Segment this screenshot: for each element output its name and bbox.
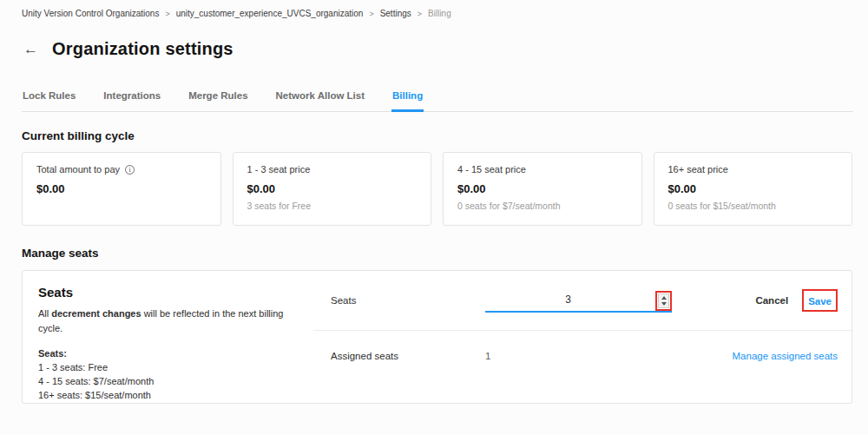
pricing-line: 1 - 3 seats: Free	[38, 361, 298, 375]
breadcrumb-item-organizations[interactable]: Unity Version Control Organizations	[22, 9, 159, 18]
card-subtext: 0 seats for $15/seat/month	[668, 201, 838, 211]
seats-info-title: Seats	[38, 285, 298, 300]
seats-input[interactable]: 3	[485, 288, 672, 313]
billing-cards: Total amount to pay i $0.00 1 - 3 seat p…	[22, 152, 852, 226]
page-title: Organization settings	[52, 39, 233, 59]
assigned-seats-value: 1	[485, 351, 490, 361]
card-amount: $0.00	[36, 182, 207, 195]
tab-billing[interactable]: Billing	[391, 90, 424, 112]
page-header: ← Organization settings	[23, 39, 233, 59]
breadcrumb-item-billing: Billing	[428, 9, 451, 18]
assigned-seats-label: Assigned seats	[331, 351, 485, 361]
manage-seats-panel: Seats All decrement changes will be refl…	[22, 270, 852, 404]
annotation-box-spinner	[655, 291, 672, 311]
seats-info-column: Seats All decrement changes will be refl…	[23, 271, 313, 403]
desc-prefix: All	[38, 308, 51, 319]
breadcrumb: Unity Version Control Organizations > un…	[22, 9, 451, 18]
seats-info-description: All decrement changes will be reflected …	[38, 306, 298, 335]
pricing-title: Seats:	[38, 347, 298, 361]
card-4-15-seat-price: 4 - 15 seat price $0.00 0 seats for $7/s…	[443, 152, 642, 226]
card-title: Total amount to pay	[36, 164, 120, 175]
card-title: 1 - 3 seat price	[247, 164, 311, 175]
breadcrumb-item-organization[interactable]: unity_customer_experience_UVCS_organizat…	[176, 9, 364, 18]
assigned-seats-row: Assigned seats 1 Manage assigned seats	[313, 331, 852, 403]
card-amount: $0.00	[247, 182, 418, 195]
number-spinner[interactable]	[658, 293, 669, 308]
card-amount: $0.00	[457, 182, 628, 195]
breadcrumb-separator-icon: >	[165, 10, 169, 18]
manage-assigned-seats-link[interactable]: Manage assigned seats	[733, 351, 838, 361]
card-16plus-seat-price: 16+ seat price $0.00 0 seats for $15/sea…	[654, 152, 853, 226]
back-arrow-icon[interactable]: ←	[23, 42, 38, 56]
annotation-box-save: Save	[802, 289, 838, 312]
card-1-3-seat-price: 1 - 3 seat price $0.00 3 seats for Free	[233, 152, 432, 226]
spinner-up-icon[interactable]	[661, 296, 667, 300]
desc-bold: decrement changes	[51, 308, 141, 319]
tab-lock-rules[interactable]: Lock Rules	[22, 90, 76, 112]
tab-bar: Lock Rules Integrations Merge Rules Netw…	[22, 90, 853, 112]
seats-row-actions: Cancel Save	[755, 289, 838, 312]
save-button[interactable]: Save	[808, 296, 832, 306]
card-title: 4 - 15 seat price	[457, 164, 526, 175]
breadcrumb-separator-icon: >	[418, 10, 422, 18]
info-icon[interactable]: i	[125, 165, 135, 175]
seats-field-label: Seats	[331, 295, 485, 306]
card-subtext: 3 seats for Free	[247, 201, 418, 211]
pricing-line: 16+ seats: $15/seat/month	[38, 389, 298, 403]
breadcrumb-separator-icon: >	[369, 10, 373, 18]
tab-network-allow-list[interactable]: Network Allow List	[275, 90, 365, 112]
card-amount: $0.00	[668, 182, 838, 195]
breadcrumb-item-settings[interactable]: Settings	[380, 9, 411, 18]
seats-pricing-list: Seats: 1 - 3 seats: Free 4 - 15 seats: $…	[38, 347, 298, 403]
card-total-amount: Total amount to pay i $0.00	[22, 152, 221, 226]
spinner-down-icon[interactable]	[661, 302, 667, 306]
section-title-billing-cycle: Current billing cycle	[22, 129, 135, 142]
organization-settings-page: Unity Version Control Organizations > un…	[0, 0, 868, 435]
pricing-line: 4 - 15 seats: $7/seat/month	[38, 375, 298, 389]
seats-form-column: Seats 3 Cancel Save	[313, 271, 852, 403]
tab-merge-rules[interactable]: Merge Rules	[187, 90, 248, 112]
seats-input-value: 3	[485, 293, 651, 306]
cancel-button[interactable]: Cancel	[755, 295, 788, 306]
tab-integrations[interactable]: Integrations	[102, 90, 161, 112]
seats-edit-row: Seats 3 Cancel Save	[313, 271, 852, 331]
card-subtext: 0 seats for $7/seat/month	[457, 201, 628, 211]
card-title: 16+ seat price	[668, 164, 728, 175]
section-title-manage-seats: Manage seats	[22, 247, 99, 260]
